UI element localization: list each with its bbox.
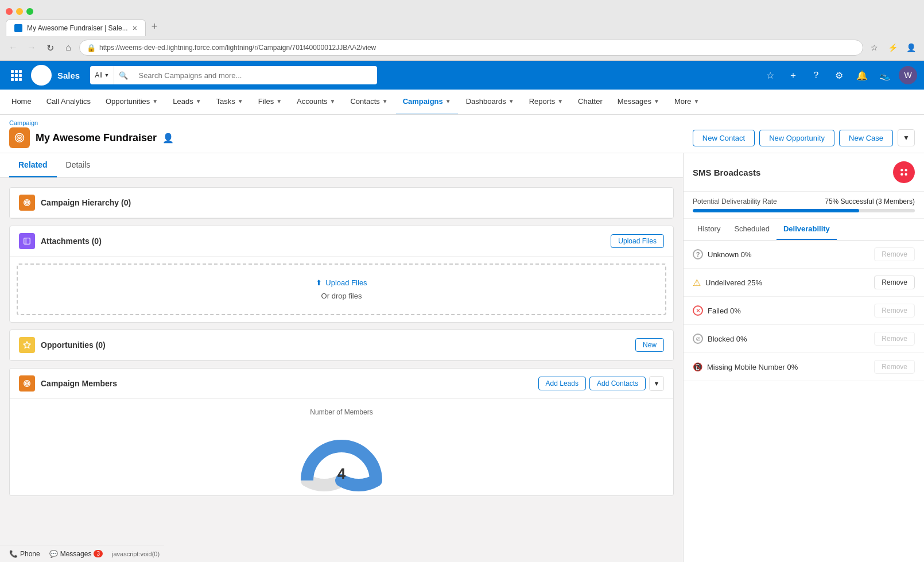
reload-button[interactable]: ↻ (42, 40, 57, 55)
remove-unknown-button[interactable]: Remove (874, 247, 915, 261)
new-case-button[interactable]: New Case (839, 130, 893, 146)
phone-bar-item[interactable]: 📞 Phone (5, 550, 45, 558)
attachments-title: Attachments (0) (41, 237, 102, 246)
attachments-card: Attachments (0) Upload Files ⬆ Upload Fi… (9, 226, 674, 323)
failed-icon: ✕ (693, 305, 703, 316)
tab-history[interactable]: History (690, 219, 727, 240)
home-button[interactable]: ⌂ (61, 40, 76, 55)
address-url: https://weems-dev-ed.lightning.force.com… (99, 44, 376, 52)
messages-dropdown-icon: ▼ (654, 98, 659, 104)
breadcrumb[interactable]: Campaign (9, 119, 915, 126)
upload-files-header-button[interactable]: Upload Files (611, 234, 664, 248)
tab-scheduled[interactable]: Scheduled (727, 219, 776, 240)
add-icon[interactable]: ＋ (784, 66, 802, 84)
sidebar-item-more[interactable]: More ▼ (667, 90, 706, 115)
remove-undelivered-button[interactable]: Remove (874, 276, 915, 289)
tab-close-btn[interactable]: × (133, 24, 137, 33)
sms-body: ? Unknown 0% Remove ⚠ Undelivered 25% Re… (684, 241, 924, 562)
search-all-dropdown[interactable]: All ▼ (90, 66, 114, 84)
address-bar[interactable]: 🔒 https://weems-dev-ed.lightning.force.c… (79, 40, 863, 56)
browser-tabs: My Awesome Fundraiser | Sale... × + (6, 17, 918, 36)
campaign-members-card: Campaign Members Add Leads Add Contacts … (9, 368, 674, 496)
sidebar-item-tasks[interactable]: Tasks ▼ (209, 90, 250, 115)
sidebar-item-chatter[interactable]: Chatter (571, 90, 609, 115)
messages-bar-item[interactable]: 💬 Messages 3 (45, 550, 107, 558)
fullscreen-traffic-light[interactable] (26, 8, 33, 15)
sidebar-item-reports[interactable]: Reports ▼ (522, 90, 570, 115)
campaign-hierarchy-title: Campaign Hierarchy (0) (41, 198, 131, 207)
remove-blocked-button[interactable]: Remove (874, 332, 915, 346)
forward-button[interactable]: → (24, 40, 39, 55)
sidebar-item-call-analytics[interactable]: Call Analytics (40, 90, 98, 115)
tab-details[interactable]: Details (57, 153, 100, 177)
tab-deliverability[interactable]: Deliverability (777, 219, 837, 240)
help-icon[interactable]: ？ (807, 66, 825, 84)
opportunities-header: Opportunities (0) New (10, 330, 673, 361)
sidebar-item-opportunities[interactable]: Opportunities ▼ (99, 90, 165, 115)
reports-label: Reports (529, 97, 556, 106)
svg-point-1 (17, 135, 22, 141)
minimize-traffic-light[interactable] (16, 8, 23, 15)
new-tab-button[interactable]: + (146, 17, 164, 36)
notifications-icon[interactable]: 🔔 (853, 66, 871, 84)
favorites-icon[interactable]: ☆ (761, 66, 779, 84)
svg-point-2 (19, 137, 21, 139)
setup-icon[interactable]: ⚙ (830, 66, 848, 84)
sidebar-item-accounts[interactable]: Accounts ▼ (290, 90, 342, 115)
sms-header: SMS Broadcasts (684, 153, 924, 192)
add-contacts-button[interactable]: Add Contacts (589, 377, 646, 390)
close-traffic-light[interactable] (6, 8, 13, 15)
leads-label: Leads (173, 97, 193, 106)
messages-bar-label: Messages (60, 550, 92, 558)
tab-related[interactable]: Related (9, 153, 57, 177)
sf-topbar: Sales All ▼ 🔍 ☆ ＋ ？ ⚙ 🔔 👟 W (0, 61, 924, 90)
campaign-members-title: Campaign Members (41, 379, 117, 388)
phone-label: Phone (20, 550, 40, 558)
more-actions-dropdown[interactable]: ▼ (898, 129, 915, 146)
campaign-members-more-dropdown[interactable]: ▼ (649, 376, 664, 391)
deliverability-label: Potential Deliverability Rate (693, 197, 777, 206)
new-contact-button[interactable]: New Contact (693, 130, 755, 146)
app-name[interactable]: Sales (57, 71, 80, 80)
new-opportunity-button[interactable]: New Opportunity (759, 130, 834, 146)
upload-files-button[interactable]: ⬆ Upload Files (316, 278, 367, 287)
missing-mobile-label: Missing Mobile Number 0% (707, 363, 798, 371)
attachments-drop-zone[interactable]: ⬆ Upload Files Or drop files (17, 263, 666, 315)
sidebar-item-files[interactable]: Files ▼ (251, 90, 289, 115)
add-leads-button[interactable]: Add Leads (538, 377, 586, 390)
search-input[interactable] (133, 71, 377, 80)
sidebar-item-home[interactable]: Home (5, 90, 38, 115)
waffle-menu[interactable] (7, 66, 25, 84)
campaign-hierarchy-header: Campaign Hierarchy (0) (10, 188, 673, 218)
search-bar[interactable]: All ▼ 🔍 (90, 66, 377, 84)
new-opportunity-card-button[interactable]: New (635, 338, 664, 352)
salesforce-logo[interactable] (31, 65, 52, 86)
sidebar-item-contacts[interactable]: Contacts ▼ (343, 90, 394, 115)
active-browser-tab[interactable]: My Awesome Fundraiser | Sale... × (6, 20, 146, 36)
remove-failed-button[interactable]: Remove (874, 304, 915, 317)
blocked-icon: ⊘ (693, 334, 703, 344)
deliverability-value: 75% Successful (3 Members) (825, 197, 915, 206)
opportunities-dropdown-icon: ▼ (152, 98, 158, 104)
sidebar-item-leads[interactable]: Leads ▼ (166, 90, 208, 115)
metric-undelivered: ⚠ Undelivered 25% Remove (684, 269, 924, 297)
chart-number: 4 (337, 465, 345, 483)
profile-icon[interactable]: 👤 (903, 40, 918, 55)
chatter-label: Chatter (578, 97, 603, 106)
trailhead-icon[interactable]: 👟 (876, 66, 894, 84)
user-avatar[interactable]: W (899, 66, 917, 84)
mobile-icon: 📵 (693, 362, 702, 371)
back-button[interactable]: ← (6, 40, 21, 55)
bottom-bar: 📞 Phone 💬 Messages 3 javascript:void(0) (0, 545, 164, 562)
extensions-icon[interactable]: ⚡ (885, 40, 900, 55)
remove-missing-mobile-button[interactable]: Remove (874, 360, 915, 374)
sidebar-item-messages[interactable]: Messages ▼ (611, 90, 666, 115)
blocked-label: Blocked 0% (708, 335, 747, 343)
sidebar-item-campaigns[interactable]: Campaigns ▼ (396, 90, 458, 115)
sidebar-item-dashboards[interactable]: Dashboards ▼ (459, 90, 521, 115)
metric-missing-mobile: 📵 Missing Mobile Number 0% Remove (684, 353, 924, 381)
follow-icon[interactable]: 👤 (162, 133, 174, 144)
bookmark-icon[interactable]: ☆ (867, 40, 882, 55)
svg-point-14 (904, 169, 907, 171)
metric-unknown: ? Unknown 0% Remove (684, 241, 924, 269)
